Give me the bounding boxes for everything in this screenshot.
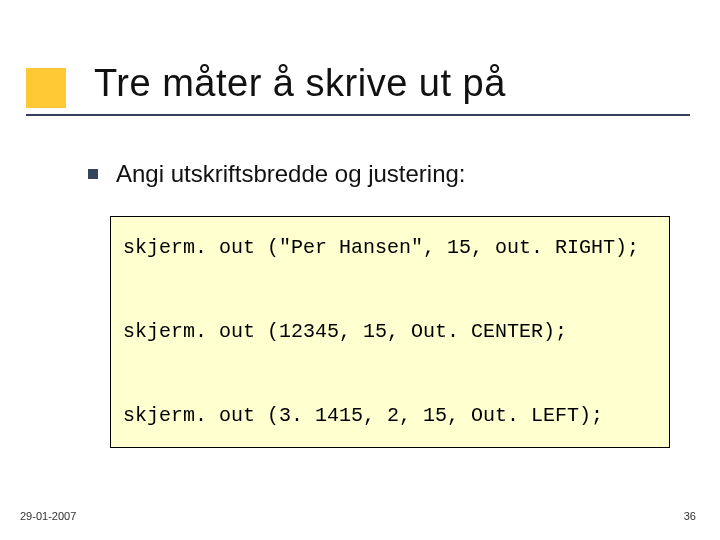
body-area: Angi utskriftsbredde og justering: skjer… [88,160,670,448]
code-block: skjerm. out ("Per Hansen", 15, out. RIGH… [110,216,670,448]
accent-square [26,68,66,108]
page-number: 36 [684,510,696,522]
slide-title: Tre måter å skrive ut på [94,62,690,105]
bullet-item: Angi utskriftsbredde og justering: [88,160,670,188]
slide: Tre måter å skrive ut på Angi utskriftsb… [0,0,720,540]
square-bullet-icon [88,169,98,179]
title-area: Tre måter å skrive ut på [26,62,690,105]
bullet-text: Angi utskriftsbredde og justering: [116,160,466,188]
title-underline [26,114,690,116]
footer-date: 29-01-2007 [20,510,76,522]
